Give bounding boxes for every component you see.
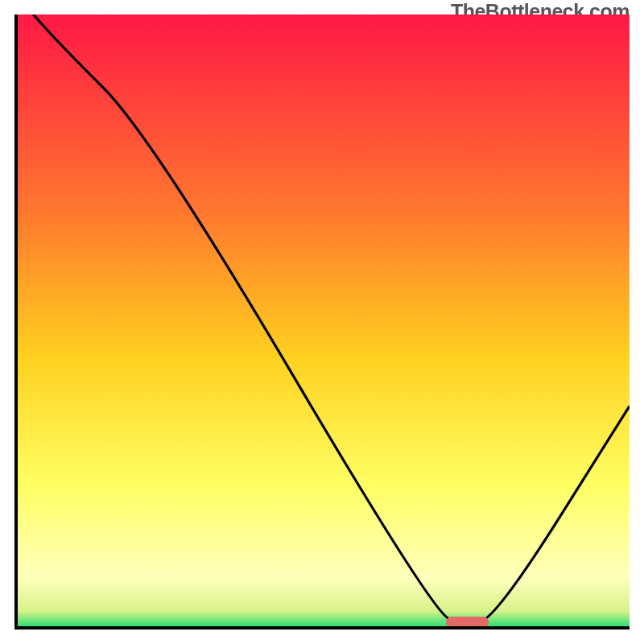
bottleneck-chart: TheBottleneck.com (0, 0, 644, 644)
bottleneck-curve (18, 14, 630, 626)
optimal-marker (446, 617, 489, 628)
plot-area (14, 14, 630, 630)
